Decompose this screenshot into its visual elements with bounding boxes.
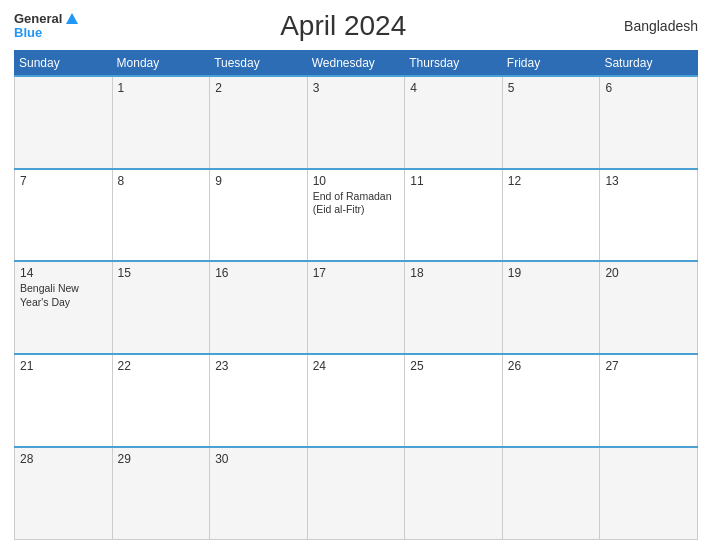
day-number: 25 [410,359,497,373]
calendar-cell [15,76,113,169]
calendar-cell [502,447,600,540]
calendar-cell: 27 [600,354,698,447]
calendar-cell [600,447,698,540]
day-number: 18 [410,266,497,280]
day-number: 27 [605,359,692,373]
logo: General Blue [14,12,78,41]
country-label: Bangladesh [608,18,698,34]
day-number: 15 [118,266,205,280]
day-number: 12 [508,174,595,188]
calendar-cell: 23 [210,354,308,447]
day-number: 21 [20,359,107,373]
calendar-cell: 2 [210,76,308,169]
day-number: 16 [215,266,302,280]
logo-general-text: General [14,12,62,26]
calendar-cell: 10End of Ramadan (Eid al-Fitr) [307,169,405,262]
weekday-header-saturday: Saturday [600,51,698,77]
day-number: 20 [605,266,692,280]
day-number: 19 [508,266,595,280]
day-number: 14 [20,266,107,280]
calendar-cell: 30 [210,447,308,540]
weekday-header-tuesday: Tuesday [210,51,308,77]
weekday-header-monday: Monday [112,51,210,77]
logo-blue-text: Blue [14,26,42,40]
calendar-cell: 6 [600,76,698,169]
calendar-cell: 13 [600,169,698,262]
calendar-cell: 4 [405,76,503,169]
day-number: 29 [118,452,205,466]
day-number: 30 [215,452,302,466]
calendar-cell: 29 [112,447,210,540]
page: General Blue April 2024 Bangladesh Sunda… [0,0,712,550]
day-number: 1 [118,81,205,95]
day-number: 8 [118,174,205,188]
day-number: 9 [215,174,302,188]
calendar-cell: 21 [15,354,113,447]
day-number: 7 [20,174,107,188]
weekday-header-thursday: Thursday [405,51,503,77]
day-number: 28 [20,452,107,466]
calendar-table: SundayMondayTuesdayWednesdayThursdayFrid… [14,50,698,540]
calendar-cell: 26 [502,354,600,447]
calendar-cell: 24 [307,354,405,447]
calendar-week-row: 21222324252627 [15,354,698,447]
weekday-header-wednesday: Wednesday [307,51,405,77]
calendar-cell [405,447,503,540]
calendar-cell: 7 [15,169,113,262]
holiday-label: Bengali New Year's Day [20,282,107,309]
day-number: 24 [313,359,400,373]
month-title: April 2024 [78,10,608,42]
calendar-cell: 14Bengali New Year's Day [15,261,113,354]
calendar-body: 12345678910End of Ramadan (Eid al-Fitr)1… [15,76,698,540]
calendar-cell: 19 [502,261,600,354]
calendar-cell: 22 [112,354,210,447]
calendar-cell: 1 [112,76,210,169]
weekday-header-sunday: Sunday [15,51,113,77]
calendar-cell: 25 [405,354,503,447]
calendar-cell: 20 [600,261,698,354]
day-number: 13 [605,174,692,188]
weekday-header-row: SundayMondayTuesdayWednesdayThursdayFrid… [15,51,698,77]
calendar-cell [307,447,405,540]
calendar-cell: 8 [112,169,210,262]
day-number: 5 [508,81,595,95]
weekday-header-friday: Friday [502,51,600,77]
calendar-week-row: 282930 [15,447,698,540]
calendar-header: SundayMondayTuesdayWednesdayThursdayFrid… [15,51,698,77]
day-number: 3 [313,81,400,95]
day-number: 26 [508,359,595,373]
day-number: 10 [313,174,400,188]
day-number: 11 [410,174,497,188]
logo-triangle-icon [66,13,78,24]
calendar-cell: 28 [15,447,113,540]
day-number: 22 [118,359,205,373]
calendar-cell: 12 [502,169,600,262]
calendar-cell: 5 [502,76,600,169]
calendar-cell: 9 [210,169,308,262]
calendar-cell: 11 [405,169,503,262]
day-number: 2 [215,81,302,95]
calendar-week-row: 78910End of Ramadan (Eid al-Fitr)111213 [15,169,698,262]
calendar-week-row: 14Bengali New Year's Day151617181920 [15,261,698,354]
day-number: 23 [215,359,302,373]
calendar-cell: 17 [307,261,405,354]
calendar-week-row: 123456 [15,76,698,169]
calendar-cell: 18 [405,261,503,354]
calendar-cell: 16 [210,261,308,354]
header: General Blue April 2024 Bangladesh [14,10,698,42]
calendar-cell: 15 [112,261,210,354]
day-number: 6 [605,81,692,95]
holiday-label: End of Ramadan (Eid al-Fitr) [313,190,400,217]
day-number: 4 [410,81,497,95]
day-number: 17 [313,266,400,280]
calendar-cell: 3 [307,76,405,169]
